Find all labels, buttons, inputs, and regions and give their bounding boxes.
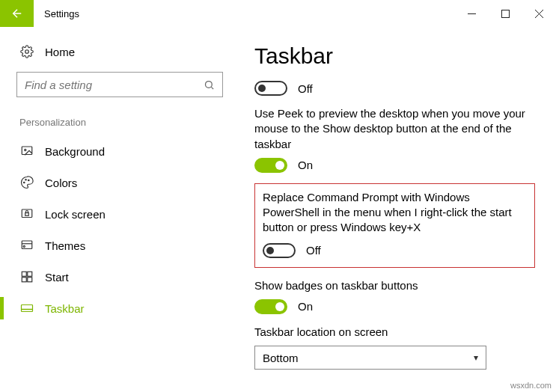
toggle-powershell-state: Off — [306, 244, 321, 257]
location-select[interactable]: Bottom ▾ — [254, 346, 486, 370]
svg-rect-0 — [502, 10, 510, 17]
badges-desc: Show badges on taskbar buttons — [254, 278, 535, 293]
back-button[interactable] — [0, 0, 34, 27]
palette-icon — [19, 176, 34, 189]
maximize-icon — [501, 10, 510, 18]
setting-powershell-highlight: Replace Command Prompt with Windows Powe… — [254, 183, 535, 268]
sidebar: Home Personalization Background Colors L… — [0, 27, 239, 392]
setting-toggle-0: Off — [254, 81, 535, 96]
nav-label: Colors — [45, 177, 77, 189]
svg-point-11 — [23, 245, 25, 247]
main-panel: Taskbar Off Use Peek to preview the desk… — [239, 27, 556, 392]
peek-desc: Use Peek to preview the desktop when you… — [254, 106, 535, 152]
chevron-down-icon: ▾ — [474, 352, 478, 363]
taskbar-icon — [19, 301, 34, 315]
svg-rect-15 — [28, 278, 32, 282]
search-icon — [204, 79, 215, 91]
nav-label: Taskbar — [45, 302, 85, 315]
toggle-powershell[interactable] — [263, 243, 296, 258]
nav-label: Background — [45, 145, 105, 158]
svg-rect-10 — [22, 241, 32, 249]
sidebar-item-taskbar[interactable]: Taskbar — [16, 293, 223, 324]
minimize-button[interactable] — [455, 0, 489, 27]
setting-badges: Show badges on taskbar buttons On — [254, 278, 535, 314]
setting-location: Taskbar location on screen Bottom ▾ — [254, 325, 535, 370]
svg-point-4 — [25, 149, 26, 150]
window-title: Settings — [34, 0, 90, 27]
themes-icon — [19, 239, 34, 252]
location-value: Bottom — [263, 352, 299, 364]
close-icon — [535, 10, 543, 18]
location-desc: Taskbar location on screen — [254, 325, 535, 340]
powershell-desc: Replace Command Prompt with Windows Powe… — [263, 190, 527, 236]
home-label: Home — [45, 46, 75, 58]
sidebar-item-background[interactable]: Background — [16, 135, 223, 167]
sidebar-item-lock-screen[interactable]: Lock screen — [16, 198, 223, 230]
svg-rect-13 — [28, 272, 32, 276]
svg-point-6 — [25, 180, 27, 181]
sidebar-item-start[interactable]: Start — [16, 261, 223, 293]
arrow-left-icon — [10, 7, 24, 20]
nav-label: Themes — [45, 239, 85, 252]
toggle-0[interactable] — [254, 81, 287, 96]
toggle-0-state: Off — [298, 82, 313, 95]
watermark: wsxdn.com — [510, 381, 552, 390]
close-button[interactable] — [522, 0, 556, 27]
setting-peek: Use Peek to preview the desktop when you… — [254, 106, 535, 173]
toggle-peek[interactable] — [254, 158, 287, 173]
svg-rect-9 — [25, 213, 29, 216]
search-input[interactable] — [16, 72, 223, 97]
picture-icon — [19, 144, 34, 158]
lock-screen-icon — [19, 207, 34, 221]
svg-rect-16 — [22, 305, 33, 312]
toggle-badges-state: On — [298, 300, 313, 313]
toggle-peek-state: On — [298, 159, 313, 171]
svg-point-2 — [206, 81, 213, 88]
svg-rect-12 — [22, 272, 26, 276]
section-header: Personalization — [16, 117, 223, 128]
title-bar: Settings — [0, 0, 556, 27]
sidebar-item-themes[interactable]: Themes — [16, 230, 223, 261]
svg-rect-14 — [22, 278, 26, 282]
svg-point-5 — [24, 182, 25, 183]
nav-label: Lock screen — [45, 208, 106, 221]
svg-point-1 — [25, 50, 29, 54]
home-button[interactable]: Home — [16, 37, 223, 72]
search-field[interactable] — [25, 79, 204, 91]
sidebar-item-colors[interactable]: Colors — [16, 167, 223, 198]
gear-icon — [19, 45, 34, 58]
start-icon — [19, 270, 34, 284]
maximize-button[interactable] — [489, 0, 522, 27]
nav-label: Start — [45, 271, 69, 284]
toggle-badges[interactable] — [254, 299, 287, 314]
svg-point-7 — [28, 180, 30, 181]
page-title: Taskbar — [254, 43, 535, 69]
minimize-icon — [468, 10, 476, 18]
